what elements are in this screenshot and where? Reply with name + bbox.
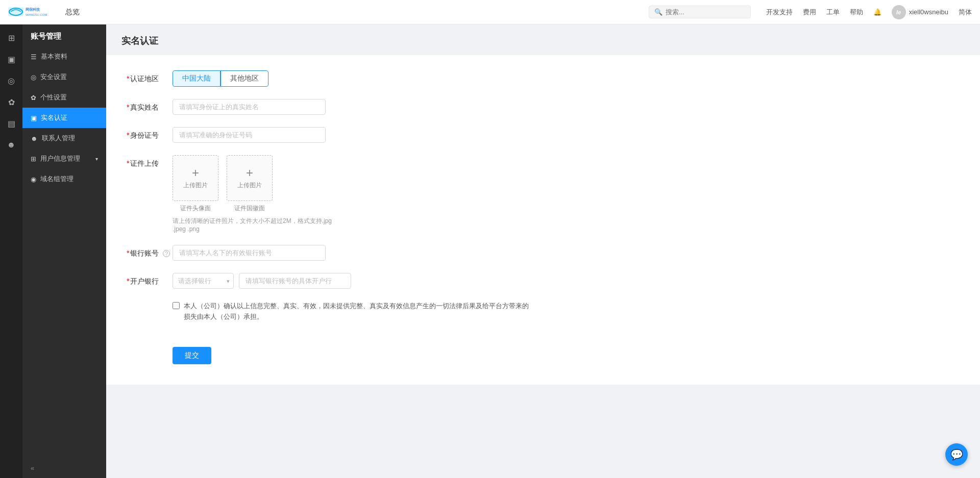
svg-text:WANGSU.COM: WANGSU.COM bbox=[26, 13, 47, 16]
id-number-row: *身份证号 bbox=[127, 127, 960, 143]
region-buttons: 中国大陆 其他地区 bbox=[173, 70, 387, 87]
sidebar-collapse-button[interactable]: « bbox=[22, 458, 106, 478]
topnav-right-actions: 开发支持 费用 工单 帮助 🔔 Ie xiell0wsneibu 简体 bbox=[766, 5, 972, 19]
sidebar-icon-group[interactable]: ✿ bbox=[1, 92, 21, 112]
bank-account-input[interactable] bbox=[173, 245, 326, 261]
sidebar-icon-person[interactable]: ☻ bbox=[1, 135, 21, 155]
region-row: *认证地区 中国大陆 其他地区 bbox=[127, 70, 960, 87]
sidebar-item-label-basic-info: 基本资料 bbox=[41, 52, 67, 61]
upload-row: + 上传图片 证件头像面 + 上传图片 证件国徽面 bbox=[173, 155, 387, 213]
bank-branch-input[interactable] bbox=[239, 273, 351, 289]
sidebar-item-user-info[interactable]: ⊞ 用户信息管理 ▾ bbox=[22, 148, 106, 169]
bank-info-icon[interactable]: ? bbox=[163, 250, 170, 257]
chat-fab-button[interactable]: 💬 bbox=[945, 443, 968, 466]
region-control: 中国大陆 其他地区 bbox=[173, 70, 387, 87]
bank-account-row: *银行账号 ? bbox=[127, 245, 960, 261]
upload-front-caption: 证件头像面 bbox=[180, 204, 211, 213]
upload-front-box[interactable]: + 上传图片 bbox=[173, 155, 218, 201]
sidebar-item-basic-info[interactable]: ☰ 基本资料 bbox=[22, 46, 106, 67]
sidebar-item-label-domain-group: 域名组管理 bbox=[40, 174, 74, 184]
cert-upload-row: *证件上传 + 上传图片 证件头像面 + bbox=[127, 155, 960, 233]
submit-button[interactable]: 提交 bbox=[173, 347, 211, 364]
bank-account-required: * bbox=[127, 249, 129, 257]
sidebar-item-domain-group[interactable]: ◉ 域名组管理 bbox=[22, 169, 106, 189]
region-other-button[interactable]: 其他地区 bbox=[220, 70, 268, 87]
upload-back-plus-icon: + bbox=[246, 167, 253, 179]
security-icon: ◎ bbox=[31, 73, 36, 81]
bank-select[interactable]: 请选择银行 bbox=[173, 273, 234, 289]
id-number-control bbox=[173, 127, 387, 143]
basic-info-icon: ☰ bbox=[31, 53, 37, 61]
upload-front-item: + 上传图片 证件头像面 bbox=[173, 155, 218, 213]
logo-image: 网宿科技 WANGSU.COM bbox=[8, 5, 49, 19]
upload-hint: 请上传清晰的证件照片，文件大小不超过2M，格式支持.jpg .jpeg .png bbox=[173, 217, 346, 233]
cert-label: *证件上传 bbox=[127, 155, 173, 168]
bank-row: 请选择银行 bbox=[173, 273, 387, 289]
domain-group-icon: ◉ bbox=[31, 175, 36, 183]
sidebar-item-label-personal: 个性设置 bbox=[40, 93, 67, 102]
real-name-icon: ▣ bbox=[31, 114, 37, 122]
id-number-label: *身份证号 bbox=[127, 127, 173, 140]
user-menu[interactable]: Ie xiell0wsneibu bbox=[892, 5, 948, 19]
search-input[interactable] bbox=[666, 8, 742, 16]
cert-required: * bbox=[127, 159, 129, 167]
sidebar-icon-server[interactable]: ▣ bbox=[1, 49, 21, 69]
upload-front-text: 上传图片 bbox=[183, 181, 208, 190]
bank-name-label: *开户银行 bbox=[127, 273, 173, 286]
personal-icon: ✿ bbox=[31, 94, 36, 102]
bank-account-label: *银行账号 ? bbox=[127, 245, 173, 258]
sidebar-icon-eye[interactable]: ◎ bbox=[1, 70, 21, 91]
logo[interactable]: 网宿科技 WANGSU.COM bbox=[8, 5, 49, 19]
notification-bell-icon[interactable]: 🔔 bbox=[873, 8, 881, 16]
sidebar-section-title: 账号管理 bbox=[22, 24, 106, 46]
sidebar-main-column: 账号管理 ☰ 基本资料 ◎ 安全设置 ✿ 个性设置 ▣ 实名认证 ☻ 联系人管理 bbox=[22, 24, 106, 478]
realname-input[interactable] bbox=[173, 99, 326, 115]
id-required: * bbox=[127, 131, 129, 139]
search-icon: 🔍 bbox=[654, 8, 663, 16]
svg-text:网宿科技: 网宿科技 bbox=[26, 7, 40, 11]
sidebar-item-real-name[interactable]: ▣ 实名认证 bbox=[22, 108, 106, 128]
sidebar: ⊞ ▣ ◎ ✿ ▤ ☻ 账号管理 ☰ 基本资料 ◎ 安全设置 ✿ 个性设置 ▣ bbox=[0, 24, 106, 478]
sidebar-item-label-user-info: 用户信息管理 bbox=[40, 154, 80, 163]
agreement-row: 本人（公司）确认以上信息完整、真实、有效，因未提供完整、真实及有效信息产生的一切… bbox=[173, 301, 960, 335]
region-china-button[interactable]: 中国大陆 bbox=[173, 70, 220, 87]
fees-link[interactable]: 费用 bbox=[803, 8, 816, 17]
top-navigation: 网宿科技 WANGSU.COM 总览 🔍 开发支持 费用 工单 帮助 🔔 Ie … bbox=[0, 0, 980, 24]
sidebar-item-contacts[interactable]: ☻ 联系人管理 bbox=[22, 128, 106, 148]
realname-row: *真实姓名 bbox=[127, 99, 960, 115]
region-required: * bbox=[127, 74, 129, 83]
user-info-icon: ⊞ bbox=[31, 155, 36, 163]
sidebar-item-label-contacts: 联系人管理 bbox=[42, 134, 75, 143]
username-label: xiell0wsneibu bbox=[909, 8, 948, 16]
sidebar-item-security[interactable]: ◎ 安全设置 bbox=[22, 67, 106, 87]
bank-select-wrapper: 请选择银行 bbox=[173, 273, 234, 289]
realname-control bbox=[173, 99, 387, 115]
user-info-arrow-icon: ▾ bbox=[95, 156, 98, 162]
dev-support-link[interactable]: 开发支持 bbox=[766, 8, 793, 17]
sidebar-icon-layout[interactable]: ▤ bbox=[1, 113, 21, 134]
main-layout: ⊞ ▣ ◎ ✿ ▤ ☻ 账号管理 ☰ 基本资料 ◎ 安全设置 ✿ 个性设置 ▣ bbox=[0, 24, 980, 478]
realname-label: *真实姓名 bbox=[127, 99, 173, 112]
work-order-link[interactable]: 工单 bbox=[826, 8, 840, 17]
sidebar-item-label-security: 安全设置 bbox=[40, 72, 67, 82]
bank-account-control bbox=[173, 245, 387, 261]
bank-name-row: *开户银行 请选择银行 bbox=[127, 273, 960, 289]
sidebar-icon-column: ⊞ ▣ ◎ ✿ ▤ ☻ bbox=[0, 24, 22, 478]
search-box[interactable]: 🔍 bbox=[649, 6, 751, 18]
upload-back-box[interactable]: + 上传图片 bbox=[227, 155, 273, 201]
agreement-text: 本人（公司）确认以上信息完整、真实、有效，因未提供完整、真实及有效信息产生的一切… bbox=[184, 301, 530, 322]
form-card: *认证地区 中国大陆 其他地区 *真实姓名 bbox=[106, 55, 980, 385]
region-label: *认证地区 bbox=[127, 70, 173, 84]
sidebar-item-personal[interactable]: ✿ 个性设置 bbox=[22, 87, 106, 108]
overview-link[interactable]: 总览 bbox=[59, 8, 86, 17]
upload-front-plus-icon: + bbox=[192, 167, 199, 179]
cert-control: + 上传图片 证件头像面 + 上传图片 证件国徽面 bbox=[173, 155, 387, 233]
help-link[interactable]: 帮助 bbox=[850, 8, 863, 17]
sidebar-icon-apps[interactable]: ⊞ bbox=[1, 28, 21, 48]
content-area: 实名认证 *认证地区 中国大陆 其他地区 *真实姓名 bbox=[106, 24, 980, 478]
id-number-input[interactable] bbox=[173, 127, 326, 143]
language-switch[interactable]: 简体 bbox=[959, 8, 972, 17]
submit-row: 提交 bbox=[173, 347, 960, 364]
realname-required: * bbox=[127, 103, 129, 111]
agreement-checkbox[interactable] bbox=[173, 302, 180, 309]
